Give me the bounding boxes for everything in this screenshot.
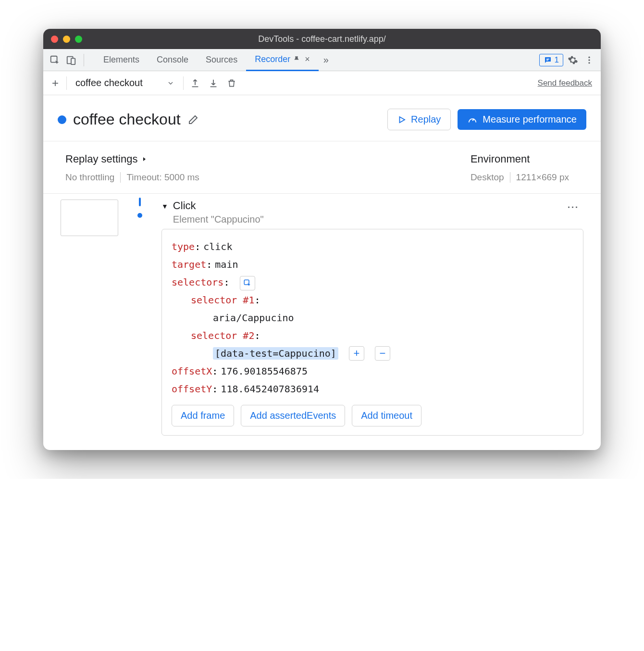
issues-count: 1 <box>555 55 559 65</box>
panel-tabs: Elements Console Sources Recorder × » <box>95 49 334 71</box>
recording-toolbar: + coffee checkout Send feedback <box>43 71 601 95</box>
divider <box>66 76 67 90</box>
issues-badge[interactable]: 1 <box>539 54 563 66</box>
issues-icon <box>544 56 552 64</box>
marker-line <box>139 198 141 206</box>
selector-1-row[interactable]: selector #1: <box>172 291 573 309</box>
prop-selectors: selectors: <box>172 274 573 291</box>
inspect-element-icon[interactable] <box>48 53 62 67</box>
environment-values: Desktop 1211×669 px <box>471 172 569 183</box>
collapse-caret-icon[interactable]: ▼ <box>161 202 168 210</box>
zoom-window-button[interactable] <box>75 36 82 43</box>
tab-sources[interactable]: Sources <box>197 49 246 71</box>
play-icon <box>397 115 406 124</box>
recording-selector-value: coffee checkout <box>75 77 143 88</box>
replay-button[interactable]: Replay <box>387 109 451 130</box>
svg-rect-2 <box>71 58 75 64</box>
timeline <box>118 198 161 436</box>
step-content: ▼ Click Element "Cappucino" ⋮ type:click… <box>161 198 583 436</box>
replay-settings-label: Replay settings <box>65 153 137 165</box>
add-timeout-button[interactable]: Add timeout <box>352 405 421 426</box>
export-icon[interactable] <box>188 76 202 90</box>
measure-button-label: Measure performance <box>483 114 577 125</box>
environment-settings: Environment Desktop 1211×669 px <box>471 153 569 183</box>
add-selector-button[interactable]: + <box>349 346 364 361</box>
replay-button-label: Replay <box>411 114 441 125</box>
throttling-value: No throttling <box>65 172 114 183</box>
step-menu-icon[interactable]: ⋮ <box>562 200 583 215</box>
prop-offsetx[interactable]: offsetX:176.90185546875 <box>172 363 573 380</box>
prop-target-val: main <box>215 259 238 270</box>
add-frame-button[interactable]: Add frame <box>172 405 234 426</box>
gauge-icon <box>467 114 478 125</box>
titlebar: DevTools - coffee-cart.netlify.app/ <box>43 29 601 49</box>
add-buttons-row: Add frame Add assertedEvents Add timeout <box>172 405 573 426</box>
selector-2-val[interactable]: [data-test=Cappucino] <box>213 347 338 360</box>
divider <box>84 54 84 66</box>
prop-type-val: click <box>203 241 232 252</box>
selector-1-val: aria/Cappucino <box>213 312 294 324</box>
element-picker-icon[interactable] <box>240 276 255 290</box>
prop-type[interactable]: type:click <box>172 238 573 256</box>
add-asserted-events-button[interactable]: Add assertedEvents <box>241 405 345 426</box>
prop-selectors-key: selectors <box>172 276 223 288</box>
settings-gear-icon[interactable] <box>566 53 580 67</box>
prop-target[interactable]: target:main <box>172 256 573 274</box>
selector-2-key: selector #2 <box>191 330 254 341</box>
svg-rect-4 <box>546 60 548 61</box>
tab-recorder[interactable]: Recorder × <box>246 49 319 71</box>
svg-point-5 <box>588 56 590 58</box>
recording-selector[interactable]: coffee checkout <box>72 75 178 90</box>
import-icon[interactable] <box>207 76 220 90</box>
env-device: Desktop <box>471 172 504 183</box>
settings-row: Replay settings No throttling Timeout: 5… <box>43 141 601 194</box>
delete-icon[interactable] <box>225 76 238 90</box>
close-window-button[interactable] <box>51 36 58 43</box>
steps-panel: ▼ Click Element "Cappucino" ⋮ type:click… <box>43 194 601 450</box>
replay-settings: Replay settings No throttling Timeout: 5… <box>65 153 199 183</box>
selector-1-value-row[interactable]: aria/Cappucino <box>172 309 573 327</box>
environment-label: Environment <box>471 153 569 165</box>
selector-1-key: selector #1 <box>191 294 254 306</box>
pin-icon <box>293 56 300 63</box>
minimize-window-button[interactable] <box>63 36 70 43</box>
divider <box>510 172 510 183</box>
chevron-right-icon <box>141 156 147 162</box>
send-feedback-link[interactable]: Send feedback <box>538 78 592 88</box>
device-toolbar-icon[interactable] <box>64 53 78 67</box>
marker-dot <box>137 213 142 218</box>
remove-selector-button[interactable]: − <box>375 346 390 361</box>
replay-settings-toggle[interactable]: Replay settings <box>65 153 199 165</box>
add-recording-button[interactable]: + <box>49 77 62 89</box>
timeline-marker <box>118 198 161 218</box>
devtools-tab-toolbar: Elements Console Sources Recorder × » 1 <box>43 49 601 71</box>
prop-offsety-key: offsetY <box>172 383 212 395</box>
recording-title: coffee checkout <box>73 111 181 128</box>
measure-performance-button[interactable]: Measure performance <box>458 109 586 130</box>
kebab-menu-icon[interactable] <box>582 53 596 67</box>
screenshot-thumbnail[interactable] <box>61 200 118 236</box>
prop-offsetx-val: 176.90185546875 <box>221 365 308 377</box>
traffic-lights <box>51 36 82 43</box>
tab-elements[interactable]: Elements <box>95 49 148 71</box>
selector-2-value-row[interactable]: [data-test=Cappucino] + − <box>172 345 573 363</box>
step-title: Click <box>173 200 264 212</box>
devtools-window: DevTools - coffee-cart.netlify.app/ Elem… <box>43 29 601 450</box>
env-dimensions: 1211×669 px <box>516 172 569 183</box>
divider <box>183 76 184 90</box>
close-tab-icon[interactable]: × <box>305 54 310 64</box>
more-tabs-button[interactable]: » <box>319 49 334 71</box>
svg-point-7 <box>588 62 590 63</box>
tab-console[interactable]: Console <box>148 49 197 71</box>
window-title: DevTools - coffee-cart.netlify.app/ <box>258 34 385 44</box>
replay-settings-values: No throttling Timeout: 5000 ms <box>65 172 199 183</box>
step-header[interactable]: ▼ Click Element "Cappucino" ⋮ <box>161 198 583 229</box>
prop-target-key: target <box>172 259 206 270</box>
tab-recorder-label: Recorder <box>255 54 290 64</box>
edit-title-icon[interactable] <box>187 114 199 125</box>
svg-rect-3 <box>546 59 549 60</box>
prop-offsety[interactable]: offsetY:118.6452407836914 <box>172 380 573 398</box>
prop-offsety-val: 118.6452407836914 <box>221 383 319 395</box>
selector-2-row[interactable]: selector #2: <box>172 327 573 345</box>
chevron-down-icon <box>167 79 174 87</box>
